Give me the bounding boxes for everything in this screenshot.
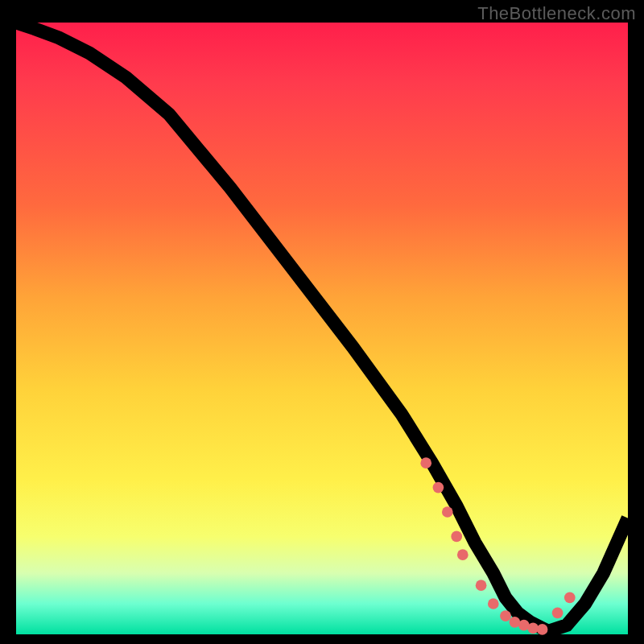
marker-dot (488, 598, 499, 609)
watermark-label: TheBottleneck.com (477, 3, 636, 24)
gradient-plot-area (16, 23, 628, 634)
marker-dot (564, 592, 576, 604)
marker-dot (451, 531, 462, 543)
marker-dot (537, 624, 548, 635)
curve-svg (16, 23, 628, 634)
marker-dot (457, 549, 469, 560)
bottleneck-curve (16, 23, 628, 631)
marker-dot (500, 610, 511, 621)
marker-dot (420, 457, 431, 469)
marker-dot (442, 506, 453, 518)
marker-dot (552, 608, 564, 619)
marker-dot (476, 580, 487, 591)
chart-frame: TheBottleneck.com (0, 0, 644, 644)
marker-dot (433, 482, 444, 493)
